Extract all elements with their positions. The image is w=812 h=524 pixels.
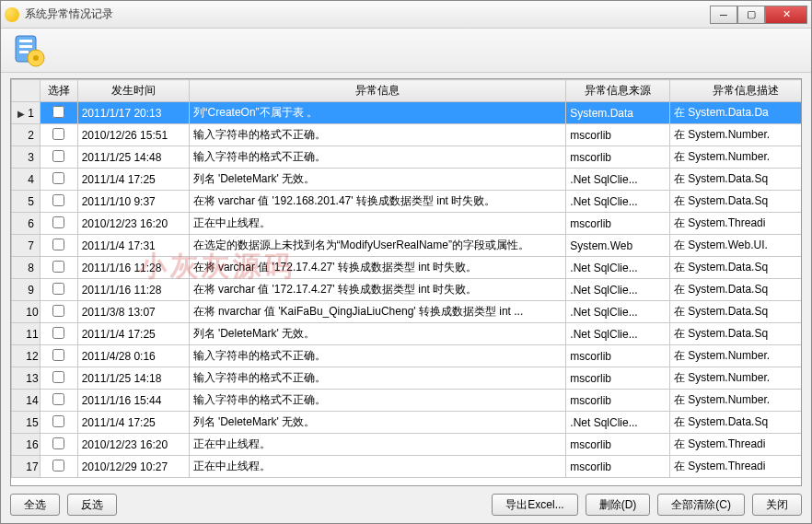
row-header[interactable]: ▶ 7 xyxy=(12,235,41,257)
grid-scroll[interactable]: 选择 发生时间 异常信息 异常信息来源 异常信息描述 ▶ 12011/1/17 … xyxy=(10,78,802,486)
select-cell[interactable] xyxy=(40,169,77,191)
row-checkbox[interactable] xyxy=(52,460,64,472)
row-header[interactable]: ▶ 15 xyxy=(12,412,41,434)
row-pointer-icon: ▶ xyxy=(16,440,23,450)
select-cell[interactable] xyxy=(40,102,77,124)
info-cell: 输入字符串的格式不正确。 xyxy=(189,367,566,390)
table-row[interactable]: ▶ 82011/1/16 11:28在将 varchar 值 '172.17.4… xyxy=(12,257,803,279)
row-checkbox[interactable] xyxy=(52,261,64,273)
row-header[interactable]: ▶ 2 xyxy=(12,124,41,146)
row-header[interactable]: ▶ 14 xyxy=(12,390,41,412)
row-checkbox[interactable] xyxy=(52,283,64,295)
row-header[interactable]: ▶ 10 xyxy=(12,301,41,323)
table-row[interactable]: ▶ 132011/1/25 14:18输入字符串的格式不正确。mscorlib在… xyxy=(12,367,803,390)
row-header[interactable]: ▶ 11 xyxy=(12,323,41,345)
row-checkbox[interactable] xyxy=(52,150,64,162)
minimize-button[interactable]: ─ xyxy=(710,6,737,24)
row-header[interactable]: ▶ 9 xyxy=(12,279,41,301)
info-cell: 输入字符串的格式不正确。 xyxy=(189,146,566,169)
select-cell[interactable] xyxy=(40,279,77,301)
info-cell: 在将 nvarchar 值 'KaiFaBu_QingJiaLiuCheng' … xyxy=(189,301,566,323)
row-header[interactable]: ▶ 5 xyxy=(12,191,41,213)
row-checkbox[interactable] xyxy=(52,349,64,361)
table-row[interactable]: ▶ 32011/1/25 14:48输入字符串的格式不正确。mscorlib在 … xyxy=(12,146,803,169)
row-checkbox[interactable] xyxy=(52,305,64,317)
row-checkbox[interactable] xyxy=(52,106,64,118)
row-header[interactable]: ▶ 17 xyxy=(12,456,41,478)
maximize-button[interactable]: ▢ xyxy=(737,6,765,24)
row-pointer-icon: ▶ xyxy=(16,352,23,362)
row-header[interactable]: ▶ 16 xyxy=(12,434,41,456)
row-checkbox[interactable] xyxy=(52,194,64,206)
select-cell[interactable] xyxy=(40,456,77,478)
clear-all-button[interactable]: 全部清除(C) xyxy=(657,494,745,516)
export-excel-button[interactable]: 导出Excel... xyxy=(492,494,577,516)
time-cell: 2011/1/17 20:13 xyxy=(77,102,189,124)
select-cell[interactable] xyxy=(40,434,77,456)
table-row[interactable]: ▶ 12011/1/17 20:13列“CreateOn”不属于表 。Syste… xyxy=(12,102,803,124)
header-desc[interactable]: 异常信息描述 xyxy=(670,80,802,102)
row-checkbox[interactable] xyxy=(52,172,64,184)
table-row[interactable]: ▶ 102011/3/8 13:07在将 nvarchar 值 'KaiFaBu… xyxy=(12,301,803,323)
table-row[interactable]: ▶ 142011/1/16 15:44输入字符串的格式不正确。mscorlib在… xyxy=(12,390,803,412)
header-select[interactable]: 选择 xyxy=(40,80,77,102)
row-header[interactable]: ▶ 3 xyxy=(12,146,41,169)
table-row[interactable]: ▶ 162010/12/23 16:20正在中止线程。mscorlib在 Sys… xyxy=(12,434,803,456)
source-cell: .Net SqlClie... xyxy=(566,169,670,191)
table-row[interactable]: ▶ 22010/12/26 15:51输入字符串的格式不正确。mscorlib在… xyxy=(12,124,803,146)
select-cell[interactable] xyxy=(40,235,77,257)
source-cell: .Net SqlClie... xyxy=(566,323,670,345)
table-row[interactable]: ▶ 92011/1/16 11:28在将 varchar 值 '172.17.4… xyxy=(12,279,803,301)
desc-cell: 在 System.Data.Sq xyxy=(670,191,802,213)
row-header[interactable]: ▶ 8 xyxy=(12,257,41,279)
invert-select-button[interactable]: 反选 xyxy=(67,494,117,516)
info-cell: 在将 varchar 值 '192.168.201.47' 转换成数据类型 in… xyxy=(189,191,566,213)
table-row[interactable]: ▶ 62010/12/23 16:20正在中止线程。mscorlib在 Syst… xyxy=(12,213,803,235)
select-cell[interactable] xyxy=(40,412,77,434)
row-header[interactable]: ▶ 1 xyxy=(12,102,41,124)
row-header[interactable]: ▶ 6 xyxy=(12,213,41,235)
table-row[interactable]: ▶ 72011/1/4 17:31在选定的数据源上未找到名为“ModifyUse… xyxy=(12,235,803,257)
select-cell[interactable] xyxy=(40,257,77,279)
row-pointer-icon: ▶ xyxy=(17,109,25,119)
row-checkbox[interactable] xyxy=(52,393,64,405)
row-header[interactable]: ▶ 13 xyxy=(12,367,41,390)
header-rownum[interactable] xyxy=(12,80,41,102)
row-checkbox[interactable] xyxy=(52,327,64,339)
row-header[interactable]: ▶ 4 xyxy=(12,169,41,191)
table-row[interactable]: ▶ 52011/1/10 9:37在将 varchar 值 '192.168.2… xyxy=(12,191,803,213)
exception-table: 选择 发生时间 异常信息 异常信息来源 异常信息描述 ▶ 12011/1/17 … xyxy=(11,79,802,478)
select-cell[interactable] xyxy=(40,390,77,412)
select-cell[interactable] xyxy=(40,191,77,213)
table-row[interactable]: ▶ 112011/1/4 17:25列名 'DeleteMark' 无效。.Ne… xyxy=(12,323,803,345)
title-bar[interactable]: 系统异常情况记录 ─ ▢ ✕ xyxy=(1,1,811,29)
row-checkbox[interactable] xyxy=(52,437,64,449)
select-all-button[interactable]: 全选 xyxy=(10,494,60,516)
desc-cell: 在 System.Web.UI. xyxy=(670,235,802,257)
row-checkbox[interactable] xyxy=(52,415,64,427)
desc-cell: 在 System.Data.Da xyxy=(670,102,802,124)
table-row[interactable]: ▶ 42011/1/4 17:25列名 'DeleteMark' 无效。.Net… xyxy=(12,169,803,191)
select-cell[interactable] xyxy=(40,213,77,235)
select-cell[interactable] xyxy=(40,323,77,345)
delete-button[interactable]: 删除(D) xyxy=(586,494,651,516)
time-cell: 2011/1/10 9:37 xyxy=(77,191,189,213)
row-checkbox[interactable] xyxy=(52,128,64,140)
select-cell[interactable] xyxy=(40,124,77,146)
row-header[interactable]: ▶ 12 xyxy=(12,345,41,367)
row-checkbox[interactable] xyxy=(52,216,64,228)
header-info[interactable]: 异常信息 xyxy=(189,80,566,102)
row-checkbox[interactable] xyxy=(52,239,64,250)
row-checkbox[interactable] xyxy=(52,371,64,383)
close-footer-button[interactable]: 关闭 xyxy=(752,494,802,516)
header-time[interactable]: 发生时间 xyxy=(77,80,189,102)
table-row[interactable]: ▶ 122011/4/28 0:16输入字符串的格式不正确。mscorlib在 … xyxy=(12,345,803,367)
select-cell[interactable] xyxy=(40,345,77,367)
close-button[interactable]: ✕ xyxy=(765,6,807,24)
select-cell[interactable] xyxy=(40,146,77,169)
table-row[interactable]: ▶ 152011/1/4 17:25列名 'DeleteMark' 无效。.Ne… xyxy=(12,412,803,434)
select-cell[interactable] xyxy=(40,367,77,390)
select-cell[interactable] xyxy=(40,301,77,323)
header-source[interactable]: 异常信息来源 xyxy=(566,80,670,102)
table-row[interactable]: ▶ 172010/12/29 10:27正在中止线程。mscorlib在 Sys… xyxy=(12,456,803,478)
